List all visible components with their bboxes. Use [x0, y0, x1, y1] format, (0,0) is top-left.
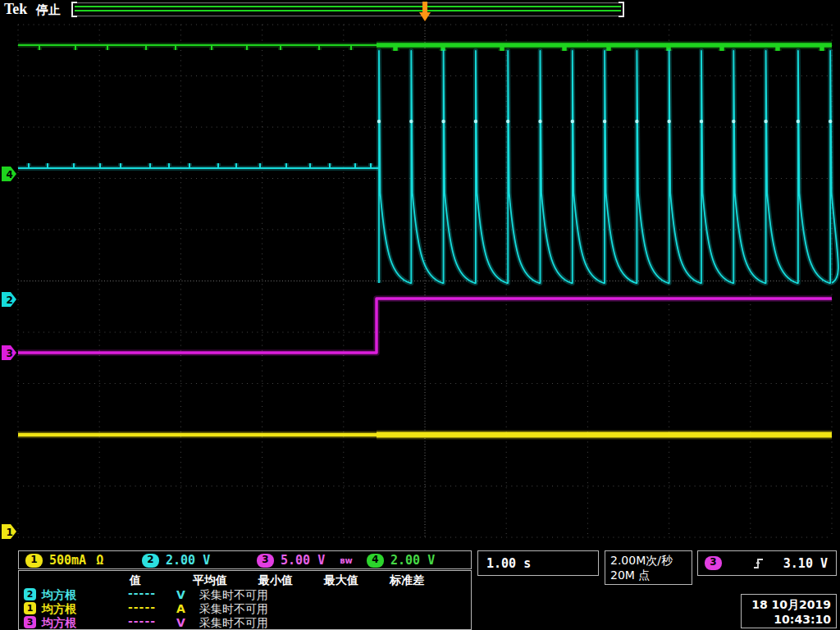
sample-rate-value: 2.00M次/秒 [610, 553, 687, 568]
ch1-scale: 500mAΩ [49, 553, 103, 568]
col-header-min: 最小值 [258, 573, 293, 588]
channel-readouts-bar: 1 500mAΩ 2 2.00 V 3 5.00 V ʙw 4 2.00 V [18, 550, 472, 569]
svg-text:4: 4 [7, 169, 13, 180]
trigger-readout[interactable]: 3 3.10 V [697, 550, 837, 576]
svg-text:2: 2 [7, 294, 13, 306]
measurement-note: 采集时不可用 [199, 602, 268, 617]
measurement-unit: V [176, 588, 185, 601]
measurement-note: 采集时不可用 [199, 588, 268, 603]
measurement-table: 值 平均值 最小值 最大值 标准差 2 均方根 ----- V 采集时不可用 1… [18, 570, 472, 630]
measurement-note: 采集时不可用 [199, 616, 268, 630]
ch3-bandwidth-icon: ʙw [340, 556, 353, 565]
horizontal-scale-readout[interactable]: 1.00 s [477, 550, 599, 576]
ch1-badge[interactable]: 1 [25, 554, 43, 568]
measurement-unit: A [176, 602, 185, 615]
measurement-value: ----- [128, 614, 156, 628]
svg-text:1: 1 [7, 527, 13, 538]
ch1-readout[interactable]: 1 500mAΩ [25, 553, 103, 568]
measurement-row: 1 均方根 ----- A 采集时不可用 [19, 602, 471, 616]
measurement-name: 均方根 [42, 602, 76, 617]
trigger-level-value: 3.10 V [783, 556, 828, 571]
acquisition-readout[interactable]: 2.00M次/秒 20M 点 [605, 550, 692, 585]
ch3-readout[interactable]: 3 5.00 V ʙw [257, 553, 353, 568]
trigger-position-marker [422, 2, 427, 12]
col-header-stddev: 标准差 [390, 573, 424, 588]
ch1-impedance: Ω [96, 553, 103, 568]
waveform-display: 4231 [0, 0, 840, 630]
col-header-mean: 平均值 [193, 573, 227, 588]
measurement-row: 3 均方根 ----- V 采集时不可用 [19, 616, 471, 630]
measurement-name: 均方根 [42, 588, 76, 603]
ch3-scale: 5.00 V [281, 553, 325, 568]
ch2-badge: 2 [24, 588, 36, 600]
ch2-readout[interactable]: 2 2.00 V [142, 553, 210, 568]
ch1-badge: 1 [24, 602, 36, 614]
time-value: 10:43:10 [746, 612, 831, 627]
oscilloscope-screen: Tek 停止 4231 1 500mAΩ 2 2.00 V 3 5.00 V ʙ… [0, 0, 840, 630]
trigger-source-badge[interactable]: 3 [705, 556, 722, 570]
measurement-value: ----- [128, 600, 156, 614]
svg-text:3: 3 [7, 348, 13, 359]
horizontal-scale-value: 1.00 s [486, 556, 531, 571]
measurement-value: ----- [128, 587, 156, 600]
ch3-badge[interactable]: 3 [257, 554, 274, 568]
measurement-unit: V [176, 616, 185, 629]
datetime-box: 18 10月2019 10:43:10 [741, 594, 837, 628]
ch3-badge: 3 [24, 616, 36, 628]
ch4-badge[interactable]: 4 [367, 554, 384, 568]
measurement-name: 均方根 [42, 616, 76, 630]
measurement-row: 2 均方根 ----- V 采集时不可用 [19, 588, 471, 602]
ch2-badge[interactable]: 2 [142, 554, 159, 568]
col-header-max: 最大值 [324, 573, 358, 588]
trigger-slope-icon [752, 557, 765, 570]
ch2-scale: 2.00 V [166, 553, 210, 568]
date-value: 18 10月2019 [746, 597, 831, 612]
record-length-value: 20M 点 [610, 568, 687, 582]
ch4-scale: 2.00 V [390, 553, 435, 568]
ch4-readout[interactable]: 4 2.00 V [367, 553, 435, 568]
